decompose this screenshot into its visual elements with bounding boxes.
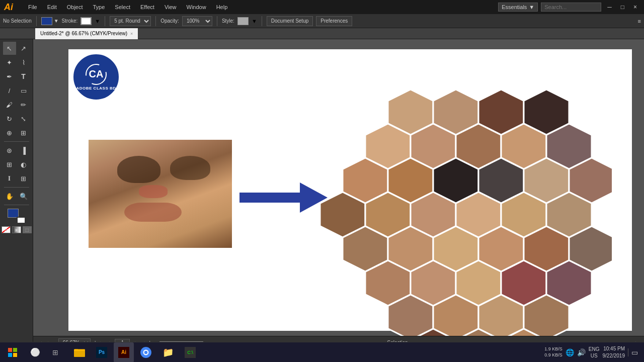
search-input[interactable] (541, 3, 601, 12)
magic-wand-tool[interactable]: ✦ (3, 56, 16, 69)
network-icon[interactable]: 🌐 (566, 348, 574, 356)
hex-grid (290, 79, 612, 349)
separator (36, 16, 37, 26)
taskbar-photoshop[interactable]: Ps (92, 342, 112, 363)
menu-type[interactable]: Type (91, 4, 107, 10)
menu-object[interactable]: Object (65, 4, 85, 10)
tool-group-brush: 🖌 ✏ (3, 98, 30, 111)
swatch-color[interactable]: ⬚ (23, 226, 32, 233)
show-desktop[interactable]: ▭ (628, 348, 638, 356)
fill-color-box[interactable] (41, 17, 52, 25)
tool-group-line: / ▭ (3, 84, 30, 97)
workspace-dropdown[interactable]: Essentials ▼ (498, 3, 538, 12)
tool-separator1 (4, 141, 29, 142)
menu-view[interactable]: View (163, 4, 179, 10)
direct-selection-tool[interactable]: ↗ (17, 42, 30, 55)
gradient-color[interactable]: ▣ (12, 226, 21, 233)
scale-tool[interactable]: ⤡ (17, 112, 30, 125)
file-explorer-icon (73, 346, 86, 358)
opacity-label: Opacity: (160, 18, 179, 24)
gradient-tool[interactable]: ◐ (17, 158, 30, 171)
start-button[interactable] (0, 342, 25, 363)
logo-area: CA ADOBE CLASS BD (73, 54, 119, 100)
menu-select[interactable]: Select (113, 4, 132, 10)
taskbar-right: 1.9 KB/S 0.9 KB/S 🌐 🔊 ENG US 10:45 PM 9/… (538, 345, 644, 359)
svg-rect-44 (8, 348, 12, 352)
source-photo (89, 140, 232, 248)
taskbar-chrome[interactable] (136, 342, 156, 363)
taskbar-files[interactable]: 📁 (158, 342, 178, 363)
separator4 (217, 16, 217, 26)
clock[interactable]: 10:45 PM 9/22/2019 (603, 345, 625, 359)
rotate-tool[interactable]: ↻ (3, 112, 16, 125)
windows-taskbar: ⚪ ⊞ Ps Ai 📁 C:\ (0, 342, 644, 362)
taskbar-file-explorer[interactable] (69, 342, 90, 363)
taskbar-task-view[interactable]: ⊞ (45, 342, 65, 363)
cmd-icon: C:\ (185, 347, 196, 358)
document-setup-button[interactable]: Document Setup (267, 16, 313, 26)
menu-file[interactable]: File (26, 4, 39, 10)
svg-text:CA: CA (89, 68, 104, 79)
tool-group-blend: ⊕ ⊞ (3, 126, 30, 139)
logo-text: ADOBE CLASS BD (76, 86, 116, 90)
volume-icon[interactable]: 🔊 (577, 348, 586, 356)
type-tool[interactable]: T (17, 70, 30, 83)
minimize-button[interactable]: ─ (604, 3, 615, 12)
column-graph-tool[interactable]: ▐ (17, 144, 30, 157)
line-tool[interactable]: / (3, 84, 16, 97)
svg-marker-4 (290, 79, 345, 135)
tool-group-wand: ✦ ⌇ (3, 56, 30, 69)
stroke-weight-select[interactable]: 5 pt. Round (110, 16, 151, 26)
maximize-button[interactable]: □ (618, 3, 627, 12)
tab-bar: Untitled-2* @ 66.67% (CMYK/Preview) × (0, 28, 644, 39)
tool-separator2 (4, 187, 29, 188)
taskbar-illustrator[interactable]: Ai (114, 342, 134, 363)
tool-group-select: ↖ ↗ (3, 42, 30, 55)
menu-window[interactable]: Window (185, 4, 208, 10)
title-bar-left: Ai File Edit Object Type Select Effect V… (4, 2, 229, 13)
canvas-area[interactable]: CA ADOBE CLASS BD (33, 39, 644, 349)
symbol-tool[interactable]: ⊛ (3, 144, 16, 157)
photoshop-icon: Ps (96, 347, 107, 358)
menu-help[interactable]: Help (214, 4, 230, 10)
menu-effect[interactable]: Effect (138, 4, 156, 10)
taskbar-search[interactable]: ⚪ (25, 342, 45, 363)
free-transform-tool[interactable]: ⊞ (17, 126, 30, 139)
stroke-box[interactable] (17, 217, 26, 224)
preferences-button[interactable]: Preferences (316, 16, 352, 26)
hand-tool[interactable]: ✋ (3, 190, 16, 203)
main-area: ↖ ↗ ✦ ⌇ ✒ T / ▭ 🖌 ✏ ↻ ⤡ ⊕ ⊞ ⊛ ▐ (0, 39, 644, 349)
title-bar: Ai File Edit Object Type Select Effect V… (0, 0, 644, 14)
close-button[interactable]: × (630, 3, 640, 12)
zoom-tool[interactable]: 🔍 (17, 190, 30, 203)
document-tab[interactable]: Untitled-2* @ 66.67% (CMYK/Preview) × (35, 28, 138, 39)
svg-rect-47 (13, 353, 17, 357)
color-mode-icons: ⊘ ▣ ⬚ (2, 226, 32, 233)
pencil-tool[interactable]: ✏ (17, 98, 30, 111)
none-color[interactable]: ⊘ (2, 226, 11, 233)
fill-label: ▼ (41, 17, 59, 25)
source-photo-content (89, 140, 232, 248)
task-view-icon: ⊞ (52, 348, 58, 356)
tool-group-rotate: ↻ ⤡ (3, 112, 30, 125)
style-label: Style: (222, 18, 234, 24)
stroke-color-box[interactable] (80, 17, 92, 25)
style-box[interactable] (237, 17, 249, 25)
warp-tool[interactable]: ⊕ (3, 126, 16, 139)
separator3 (155, 16, 156, 26)
mesh-tool[interactable]: ⊞ (3, 158, 16, 171)
opacity-select[interactable]: 100% (182, 16, 212, 26)
paintbrush-tool[interactable]: 🖌 (3, 98, 16, 111)
menu-edit[interactable]: Edit (45, 4, 59, 10)
pen-tool[interactable]: ✒ (3, 70, 16, 83)
rectangle-tool[interactable]: ▭ (17, 84, 30, 97)
svg-rect-45 (13, 348, 17, 352)
blend-tool[interactable]: ⊞ (17, 172, 30, 185)
taskbar-cmd[interactable]: C:\ (180, 342, 200, 363)
selection-tool[interactable]: ↖ (3, 42, 16, 55)
eyedropper-tool[interactable]: 𝐈 (3, 172, 16, 185)
fill-stroke-indicator[interactable] (8, 209, 26, 224)
panel-toggle[interactable]: ≡ (638, 18, 641, 24)
lasso-tool[interactable]: ⌇ (17, 56, 30, 69)
tab-close-button[interactable]: × (130, 31, 133, 36)
